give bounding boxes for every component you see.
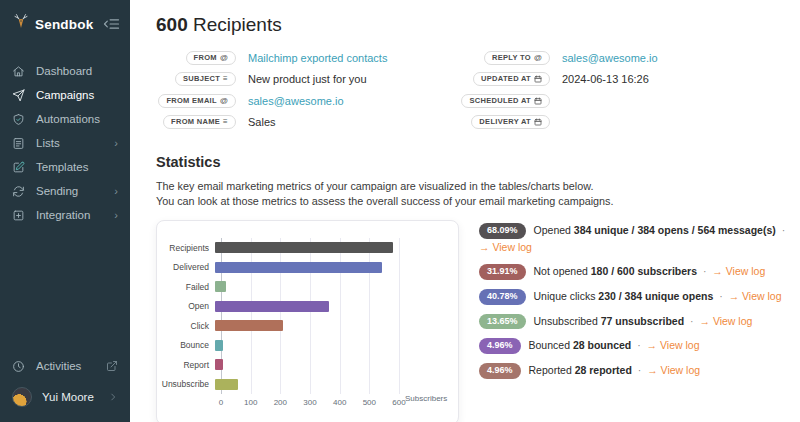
sidebar-user[interactable]: Yui Moore [0,380,130,414]
home-icon [12,64,26,78]
chart-bar-report [215,359,223,370]
sidebar-item-lists[interactable]: Lists› [0,131,130,155]
field-label: FROM NAME [171,118,220,126]
field-label: SCHEDULED AT [469,97,531,105]
field-label: REPLY TO [492,54,531,62]
chart-x-tick-label: 400 [333,398,346,407]
shield-icon [12,112,26,126]
field-pill-wrap: DELIVERY AT [478,115,550,129]
sidebar-item-sending[interactable]: Sending› [0,179,130,203]
view-log-link[interactable]: View log [492,241,532,253]
sidebar-item-integration[interactable]: Integration› [0,203,130,227]
metric-row-unique-clicks: 40.78%Unique clicks 230 / 384 unique ope… [479,288,795,305]
field-label-pill: REPLY TO@ [484,51,550,65]
chart-x-tick-label: 0 [219,398,223,407]
chevron-right-icon: › [114,210,118,221]
metric-text: Not opened [534,265,591,277]
metric-percentage-badge: 13.65% [479,314,526,330]
chart-bar-delivered [215,262,382,273]
sidebar-item-dashboard[interactable]: Dashboard [0,59,130,83]
chart-x-tick-label: 600 [392,398,405,407]
sidebar-item-label: Automations [36,113,100,125]
field-value[interactable]: sales@awesome.io [562,52,658,64]
metric-separator: · [779,224,785,236]
field-label: FROM EMAIL [166,97,217,105]
field-value: New product just for you [248,73,367,85]
list-icon [12,136,26,150]
metric-separator: · [634,339,643,351]
chart-category-label: Click [161,321,215,331]
chart-bar-unsubscribe [215,379,238,390]
clock-icon [12,359,26,373]
metric-text: Unique clicks [534,290,599,302]
view-log-link[interactable]: View log [742,290,782,302]
chart-row-report: Report [161,355,450,375]
chart-row-bounce: Bounce [161,336,450,356]
chevron-right-icon [108,392,118,402]
chart-bar-failed [215,281,226,292]
activities-label: Activities [36,360,81,372]
at-icon: @ [534,54,542,62]
chart-category-label: Open [161,301,215,311]
chart-category-label: Failed [161,282,215,292]
chart-bar-track [215,336,393,356]
chart-x-axis: Subscribers 0100200300400500600 [221,394,399,410]
chart-category-label: Bounce [161,340,215,350]
metric-value: 28 bounced [573,339,631,351]
sidebar: Sendbok DashboardCampaignsAutomationsLis… [0,0,130,422]
sidebar-item-automations[interactable]: Automations [0,107,130,131]
sidebar-item-templates[interactable]: Templates [0,155,130,179]
metric-value: 384 unique / 384 opens / 564 message(s) [574,224,776,236]
statistics-content: RecipientsDeliveredFailedOpenClickBounce… [156,220,800,422]
arrow-right-icon: → [647,364,660,376]
field-value[interactable]: sales@awesome.io [248,95,344,107]
metric-percentage-badge: 4.96% [479,363,521,379]
field-pill-wrap: FROM NAME≡ [156,115,236,129]
chart-plot: RecipientsDeliveredFailedOpenClickBounce… [161,238,450,394]
statistics-heading: Statistics [156,154,800,170]
field-pill-wrap: FROM@ [156,51,236,65]
sidebar-footer: Activities Yui Moore [0,352,130,422]
arrow-right-icon: → [729,290,742,302]
details-left-column: FROM@Mailchimp exported contactsSUBJECT≡… [156,50,478,136]
sidebar-item-label: Integration [36,209,90,221]
view-log-link[interactable]: View log [661,364,701,376]
chart-category-label: Delivered [161,262,215,272]
main-content: 600 Recipients FROM@Mailchimp exported c… [130,0,800,422]
field-value[interactable]: Mailchimp exported contacts [248,52,387,64]
sidebar-collapse-icon[interactable] [103,17,120,31]
view-log-link[interactable]: View log [726,265,766,277]
sidebar-item-label: Templates [36,161,88,173]
metric-value: 77 unsubscribed [601,315,684,327]
field-label-pill: SCHEDULED AT [461,94,550,108]
chart-category-label: Recipients [161,243,215,253]
chart-category-label: Unsubscribe [161,379,215,389]
field-pill-wrap: UPDATED AT [478,72,550,86]
chart-row-open: Open [161,297,450,317]
chart-row-recipients: Recipients [161,238,450,258]
arrow-right-icon: → [712,265,725,277]
sidebar-item-activities[interactable]: Activities [0,352,130,380]
chart-row-click: Click [161,316,450,336]
external-link-icon[interactable] [106,360,118,372]
send-icon [12,88,26,102]
recipients-label: Recipients [193,14,282,35]
field-label: FROM [194,54,217,62]
metric-percentage-badge: 4.96% [479,338,521,354]
chart-rows: RecipientsDeliveredFailedOpenClickBounce… [161,238,450,394]
metric-separator: · [687,315,696,327]
chart-category-label: Report [161,360,215,370]
chart-row-delivered: Delivered [161,258,450,278]
chart-bar-track [215,258,393,278]
sidebar-item-campaigns[interactable]: Campaigns [0,83,130,107]
deer-logo-icon [12,13,30,35]
chart-bar-track [215,297,393,317]
view-log-link[interactable]: View log [713,315,753,327]
field-value: 2024-06-13 16:26 [562,73,649,85]
chart-row-failed: Failed [161,277,450,297]
field-label-pill: SUBJECT≡ [175,72,236,86]
field-row-reply-to: REPLY TO@sales@awesome.io [478,50,658,65]
sidebar-item-label: Sending [36,185,78,197]
view-log-link[interactable]: View log [660,339,700,351]
field-label-pill: DELIVERY AT [471,115,550,129]
